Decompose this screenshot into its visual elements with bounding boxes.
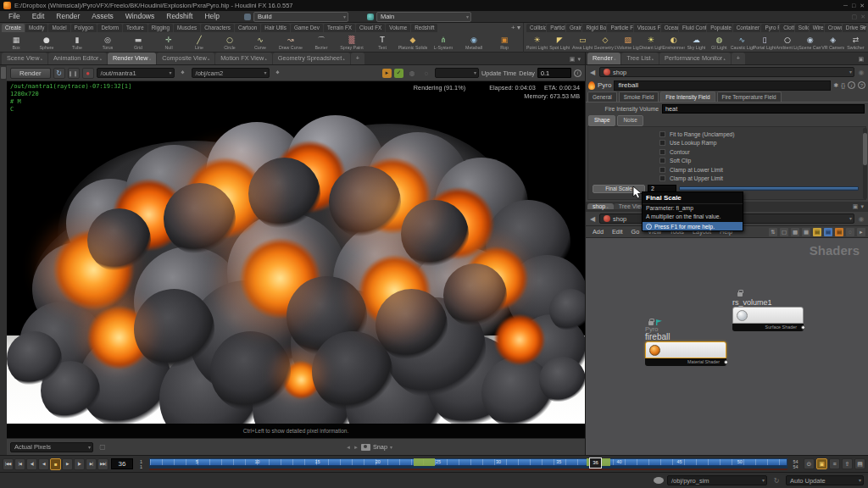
- shelf-tab[interactable]: Deform: [97, 24, 122, 32]
- pane-tab[interactable]: Render View: [108, 53, 156, 64]
- checkbox-icon[interactable]: [659, 140, 665, 146]
- param-scrollbar[interactable]: [863, 128, 867, 199]
- reset-zoom-icon[interactable]: ▢: [97, 441, 108, 452]
- prev-snapshot-icon[interactable]: ◄: [346, 445, 351, 450]
- zoom-mode-select[interactable]: Actual Pixels ▾: [10, 442, 93, 452]
- pane-tab[interactable]: Geometry Spreadsheet: [273, 53, 350, 64]
- shelf-tab[interactable]: Rigging: [148, 24, 173, 32]
- auto-key-icon[interactable]: ▣: [816, 458, 827, 469]
- pane-split-icon[interactable]: ▣: [570, 53, 576, 64]
- shelf-add-tab-button[interactable]: + ▾: [511, 24, 520, 31]
- shelf-tab[interactable]: Oceans: [661, 24, 678, 32]
- checkbox-row[interactable]: Use Lookup Ramp: [659, 139, 865, 148]
- shelf-tool[interactable]: ✛Null: [153, 33, 184, 53]
- pane-tab[interactable]: Tree List: [621, 53, 659, 64]
- shelf-tab[interactable]: Rigid Bodies: [582, 24, 606, 32]
- info-icon[interactable]: i: [848, 81, 855, 89]
- checkbox-row[interactable]: Contour: [659, 147, 865, 157]
- delay-input[interactable]: 0.1: [537, 68, 571, 78]
- minimize-button[interactable]: ─: [843, 3, 848, 9]
- transport-button[interactable]: |◀◀: [3, 458, 14, 470]
- message-bubble-icon[interactable]: [654, 477, 664, 484]
- grid-toggle-icon[interactable]: ▢: [780, 228, 788, 236]
- flags-icon[interactable]: ▤: [824, 228, 832, 236]
- next-snapshot-icon[interactable]: ►: [353, 445, 359, 450]
- menu-item[interactable]: Windows: [120, 11, 160, 22]
- realtime-toggle-icon[interactable]: ⇧: [842, 458, 853, 469]
- set-key-icon[interactable]: ⊙: [804, 458, 815, 469]
- context-node-select[interactable]: /obj/pyro_sim ▾: [667, 475, 767, 485]
- checkbox-row[interactable]: Clamp at Upper Limit: [659, 175, 865, 184]
- menu-item[interactable]: Assets: [86, 11, 120, 22]
- pane-tab[interactable]: Composite View: [157, 53, 214, 64]
- maximize-button[interactable]: □: [852, 3, 855, 9]
- magnify-icon[interactable]: ◌: [420, 68, 432, 79]
- shelf-tool[interactable]: ⌒Bezier: [306, 33, 337, 53]
- snapshot-icon[interactable]: ▤: [835, 228, 843, 236]
- pane-split-icon[interactable]: ▣: [853, 201, 859, 212]
- node-fireball[interactable]: Pyro fireball Material Shader: [645, 318, 726, 366]
- pane-gutter[interactable]: [0, 65, 7, 455]
- stop-render-icon[interactable]: ●: [82, 68, 94, 79]
- transport-button[interactable]: ▶: [62, 458, 73, 470]
- shelf-tab[interactable]: Cloud FX: [356, 24, 385, 32]
- node-name-input[interactable]: fireball: [614, 80, 831, 91]
- shelf-tab[interactable]: Modify: [25, 24, 48, 32]
- shelf-tool[interactable]: ◆Platonic Solids: [398, 33, 428, 53]
- pane-tab[interactable]: +: [351, 53, 364, 64]
- shelf-tool[interactable]: ◐Environment Light: [662, 33, 685, 53]
- shelf-tool[interactable]: ◤Spot Light: [548, 33, 571, 53]
- network-view-icon[interactable]: ▦: [802, 228, 810, 236]
- pane-tab[interactable]: Render: [587, 53, 620, 64]
- close-button[interactable]: ✕: [860, 3, 865, 9]
- shelf-add-tab-button[interactable]: +: [861, 24, 865, 31]
- transport-button[interactable]: ▶|: [86, 458, 97, 470]
- node-body[interactable]: [732, 307, 804, 324]
- menubar-extra-icon[interactable]: ▢: [852, 14, 858, 20]
- list-view-icon[interactable]: ▩: [791, 228, 799, 236]
- shelf-tab[interactable]: Fluid Container: [679, 24, 706, 32]
- network-menu-item[interactable]: Edit: [608, 226, 627, 237]
- camera-picker-icon[interactable]: ⌖: [272, 68, 284, 79]
- menu-item[interactable]: Redshift: [160, 11, 198, 22]
- playbar-display-icon[interactable]: ▤: [854, 458, 865, 469]
- shelf-tool[interactable]: ∿Caustic Light: [731, 33, 754, 53]
- shelf-tab[interactable]: Container Tools: [733, 24, 761, 32]
- camera-select[interactable]: /obj/cam2 ▾: [192, 68, 270, 78]
- info-icon[interactable]: i: [574, 69, 581, 77]
- shelf-tab[interactable]: Particles: [547, 24, 565, 32]
- checkbox-icon[interactable]: [659, 158, 665, 164]
- sync-icon[interactable]: ↻: [771, 475, 782, 486]
- output-connector-icon[interactable]: [801, 325, 805, 330]
- shelf-tab[interactable]: Particle Fluids: [607, 24, 632, 32]
- node-body[interactable]: [645, 341, 726, 358]
- shelf-tool[interactable]: ∿Curve: [245, 33, 275, 53]
- snap-label[interactable]: Snap: [373, 443, 387, 451]
- snapshot-camera-icon[interactable]: [361, 444, 370, 451]
- shelf-tab[interactable]: Polygon: [71, 24, 97, 32]
- shelf-tool[interactable]: ╱Line: [184, 33, 214, 53]
- checkbox-icon[interactable]: [659, 149, 665, 155]
- gear-icon[interactable]: ✱: [833, 82, 838, 89]
- shelf-tool[interactable]: ◎Torus: [92, 33, 123, 53]
- shelf-tool[interactable]: ◉Scene Camera: [798, 33, 821, 53]
- pane-tab[interactable]: Motion FX View: [215, 53, 271, 64]
- transport-button[interactable]: ▶▶|: [97, 458, 108, 470]
- pane-tab[interactable]: Scene View: [2, 53, 47, 64]
- checkbox-row[interactable]: Clamp at Lower Limit: [659, 165, 865, 175]
- sort-icon[interactable]: ⇅: [769, 228, 777, 236]
- menu-item[interactable]: File: [3, 11, 26, 22]
- shelf-tool[interactable]: ●Sphere: [31, 33, 62, 53]
- shelf-tool[interactable]: ▬Grid: [123, 33, 153, 53]
- pin-icon[interactable]: ◉: [857, 215, 865, 223]
- shelf-tab[interactable]: Model: [48, 24, 70, 32]
- pane-tab[interactable]: Performance Monitor: [659, 53, 731, 64]
- shelf-tool[interactable]: ▒Spray Paint: [337, 33, 367, 53]
- shelf-tab[interactable]: Muscles: [174, 24, 200, 32]
- shelf-tool[interactable]: ▯Portal Light: [754, 33, 776, 53]
- shelf-tool[interactable]: ⇄Switcher: [844, 33, 867, 53]
- chevron-down-icon[interactable]: ▾: [860, 201, 864, 212]
- checkbox-icon[interactable]: [659, 175, 665, 181]
- shelf-tool[interactable]: ▣Rop: [489, 33, 520, 53]
- shelf-tab[interactable]: Hair Utils: [261, 24, 290, 32]
